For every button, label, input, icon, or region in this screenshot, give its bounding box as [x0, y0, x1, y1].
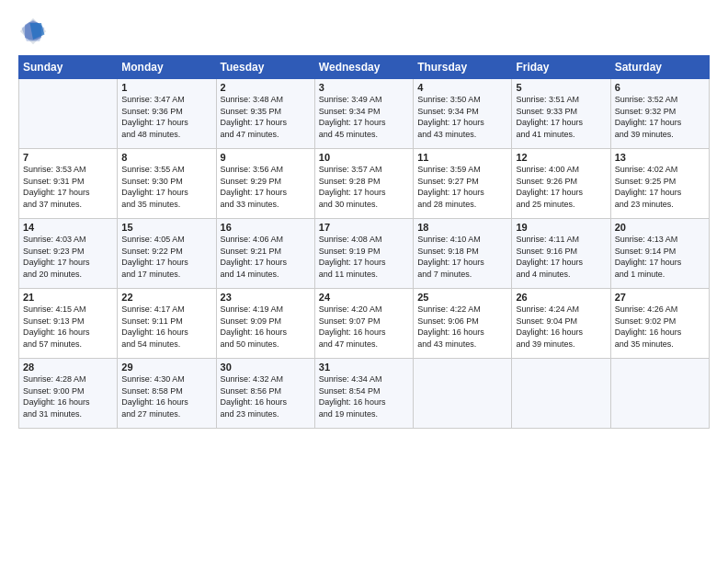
header	[18, 17, 710, 46]
day-info: Sunrise: 3:51 AM Sunset: 9:33 PM Dayligh…	[516, 94, 606, 140]
day-info: Sunrise: 3:57 AM Sunset: 9:28 PM Dayligh…	[319, 164, 409, 210]
day-number: 10	[319, 152, 409, 163]
calendar-cell: 9Sunrise: 3:56 AM Sunset: 9:29 PM Daylig…	[216, 149, 314, 219]
day-number: 5	[516, 82, 606, 93]
day-number: 29	[121, 362, 211, 373]
calendar-cell: 25Sunrise: 4:22 AM Sunset: 9:06 PM Dayli…	[414, 289, 512, 359]
calendar-cell: 17Sunrise: 4:08 AM Sunset: 9:19 PM Dayli…	[314, 219, 413, 289]
day-info: Sunrise: 4:30 AM Sunset: 8:58 PM Dayligh…	[121, 373, 211, 419]
day-number: 19	[516, 222, 606, 233]
calendar-cell: 3Sunrise: 3:49 AM Sunset: 9:34 PM Daylig…	[314, 79, 413, 149]
calendar-cell: 27Sunrise: 4:26 AM Sunset: 9:02 PM Dayli…	[610, 289, 709, 359]
weekday-header-sunday: Sunday	[19, 56, 118, 79]
day-number: 20	[615, 222, 705, 233]
day-info: Sunrise: 3:53 AM Sunset: 9:31 PM Dayligh…	[23, 164, 113, 210]
logo	[18, 17, 51, 46]
day-info: Sunrise: 4:13 AM Sunset: 9:14 PM Dayligh…	[615, 234, 705, 280]
day-number: 7	[23, 152, 113, 163]
calendar-cell: 2Sunrise: 3:48 AM Sunset: 9:35 PM Daylig…	[216, 79, 314, 149]
page: SundayMondayTuesdayWednesdayThursdayFrid…	[0, 0, 728, 563]
day-info: Sunrise: 4:02 AM Sunset: 9:25 PM Dayligh…	[615, 164, 705, 210]
calendar-cell: 10Sunrise: 3:57 AM Sunset: 9:28 PM Dayli…	[314, 149, 413, 219]
calendar-cell: 15Sunrise: 4:05 AM Sunset: 9:22 PM Dayli…	[118, 219, 216, 289]
calendar-cell: 19Sunrise: 4:11 AM Sunset: 9:16 PM Dayli…	[512, 219, 610, 289]
calendar-cell: 24Sunrise: 4:20 AM Sunset: 9:07 PM Dayli…	[314, 289, 413, 359]
calendar-cell: 8Sunrise: 3:55 AM Sunset: 9:30 PM Daylig…	[118, 149, 216, 219]
day-number: 18	[417, 222, 507, 233]
weekday-header-tuesday: Tuesday	[216, 56, 314, 79]
weekday-header-row: SundayMondayTuesdayWednesdayThursdayFrid…	[19, 56, 710, 79]
week-row-1: 7Sunrise: 3:53 AM Sunset: 9:31 PM Daylig…	[19, 149, 710, 219]
calendar-cell: 30Sunrise: 4:32 AM Sunset: 8:56 PM Dayli…	[216, 359, 314, 429]
day-info: Sunrise: 3:59 AM Sunset: 9:27 PM Dayligh…	[417, 164, 507, 210]
calendar-cell	[414, 359, 512, 429]
day-info: Sunrise: 3:47 AM Sunset: 9:36 PM Dayligh…	[121, 94, 211, 140]
day-number: 24	[319, 292, 409, 303]
calendar-cell: 18Sunrise: 4:10 AM Sunset: 9:18 PM Dayli…	[414, 219, 512, 289]
day-info: Sunrise: 4:32 AM Sunset: 8:56 PM Dayligh…	[221, 373, 311, 419]
week-row-0: 1Sunrise: 3:47 AM Sunset: 9:36 PM Daylig…	[19, 79, 710, 149]
logo-icon	[18, 17, 48, 46]
day-info: Sunrise: 3:49 AM Sunset: 9:34 PM Dayligh…	[319, 94, 409, 140]
day-number: 12	[516, 152, 606, 163]
calendar-cell	[512, 359, 610, 429]
day-number: 31	[319, 362, 409, 373]
calendar-cell: 4Sunrise: 3:50 AM Sunset: 9:34 PM Daylig…	[414, 79, 512, 149]
day-number: 9	[221, 152, 311, 163]
day-info: Sunrise: 3:56 AM Sunset: 9:29 PM Dayligh…	[221, 164, 311, 210]
calendar-cell: 11Sunrise: 3:59 AM Sunset: 9:27 PM Dayli…	[414, 149, 512, 219]
day-number: 22	[121, 292, 211, 303]
day-info: Sunrise: 3:52 AM Sunset: 9:32 PM Dayligh…	[615, 94, 705, 140]
calendar-cell: 22Sunrise: 4:17 AM Sunset: 9:11 PM Dayli…	[118, 289, 216, 359]
day-info: Sunrise: 4:03 AM Sunset: 9:23 PM Dayligh…	[23, 234, 113, 280]
day-info: Sunrise: 4:26 AM Sunset: 9:02 PM Dayligh…	[615, 304, 705, 350]
calendar-cell: 26Sunrise: 4:24 AM Sunset: 9:04 PM Dayli…	[512, 289, 610, 359]
calendar-cell: 21Sunrise: 4:15 AM Sunset: 9:13 PM Dayli…	[19, 289, 118, 359]
day-number: 1	[121, 82, 211, 93]
calendar-cell: 5Sunrise: 3:51 AM Sunset: 9:33 PM Daylig…	[512, 79, 610, 149]
day-info: Sunrise: 3:50 AM Sunset: 9:34 PM Dayligh…	[417, 94, 507, 140]
day-info: Sunrise: 4:00 AM Sunset: 9:26 PM Dayligh…	[516, 164, 606, 210]
day-number: 21	[23, 292, 113, 303]
day-number: 16	[221, 222, 311, 233]
week-row-3: 21Sunrise: 4:15 AM Sunset: 9:13 PM Dayli…	[19, 289, 710, 359]
day-info: Sunrise: 4:10 AM Sunset: 9:18 PM Dayligh…	[417, 234, 507, 280]
day-number: 28	[23, 362, 113, 373]
calendar-cell: 23Sunrise: 4:19 AM Sunset: 9:09 PM Dayli…	[216, 289, 314, 359]
day-number: 11	[417, 152, 507, 163]
calendar-cell: 13Sunrise: 4:02 AM Sunset: 9:25 PM Dayli…	[610, 149, 709, 219]
day-info: Sunrise: 4:19 AM Sunset: 9:09 PM Dayligh…	[221, 304, 311, 350]
week-row-4: 28Sunrise: 4:28 AM Sunset: 9:00 PM Dayli…	[19, 359, 710, 429]
day-number: 25	[417, 292, 507, 303]
calendar-table: SundayMondayTuesdayWednesdayThursdayFrid…	[18, 55, 710, 429]
weekday-header-thursday: Thursday	[414, 56, 512, 79]
calendar-cell: 20Sunrise: 4:13 AM Sunset: 9:14 PM Dayli…	[610, 219, 709, 289]
day-number: 23	[221, 292, 311, 303]
day-info: Sunrise: 4:06 AM Sunset: 9:21 PM Dayligh…	[221, 234, 311, 280]
day-number: 3	[319, 82, 409, 93]
week-row-2: 14Sunrise: 4:03 AM Sunset: 9:23 PM Dayli…	[19, 219, 710, 289]
day-number: 8	[121, 152, 211, 163]
day-number: 2	[221, 82, 311, 93]
calendar-cell: 28Sunrise: 4:28 AM Sunset: 9:00 PM Dayli…	[19, 359, 118, 429]
day-info: Sunrise: 4:34 AM Sunset: 8:54 PM Dayligh…	[319, 373, 409, 419]
weekday-header-monday: Monday	[118, 56, 216, 79]
day-number: 30	[221, 362, 311, 373]
day-info: Sunrise: 4:28 AM Sunset: 9:00 PM Dayligh…	[23, 373, 113, 419]
calendar-cell: 6Sunrise: 3:52 AM Sunset: 9:32 PM Daylig…	[610, 79, 709, 149]
day-number: 13	[615, 152, 705, 163]
day-info: Sunrise: 4:05 AM Sunset: 9:22 PM Dayligh…	[121, 234, 211, 280]
day-info: Sunrise: 4:17 AM Sunset: 9:11 PM Dayligh…	[121, 304, 211, 350]
day-number: 4	[417, 82, 507, 93]
calendar-cell: 1Sunrise: 3:47 AM Sunset: 9:36 PM Daylig…	[118, 79, 216, 149]
calendar-cell: 7Sunrise: 3:53 AM Sunset: 9:31 PM Daylig…	[19, 149, 118, 219]
day-number: 27	[615, 292, 705, 303]
day-number: 15	[121, 222, 211, 233]
day-info: Sunrise: 4:22 AM Sunset: 9:06 PM Dayligh…	[417, 304, 507, 350]
calendar-cell	[19, 79, 118, 149]
day-info: Sunrise: 4:11 AM Sunset: 9:16 PM Dayligh…	[516, 234, 606, 280]
day-info: Sunrise: 4:15 AM Sunset: 9:13 PM Dayligh…	[23, 304, 113, 350]
day-number: 14	[23, 222, 113, 233]
day-info: Sunrise: 4:08 AM Sunset: 9:19 PM Dayligh…	[319, 234, 409, 280]
calendar-cell	[610, 359, 709, 429]
